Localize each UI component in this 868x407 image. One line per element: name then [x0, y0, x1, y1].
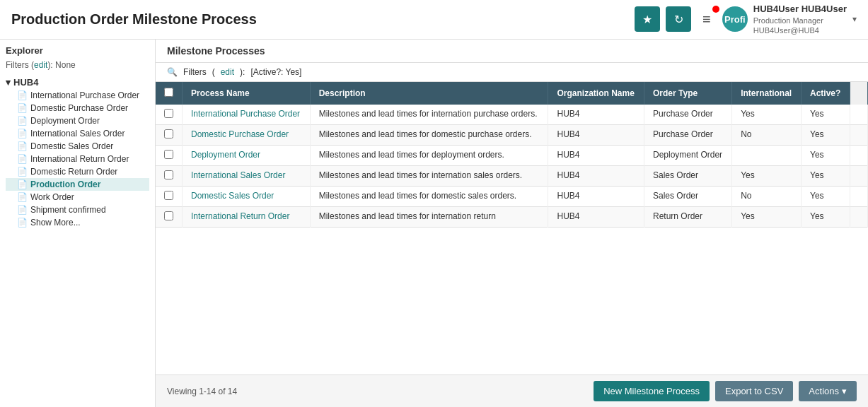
- header-scroll-col: [850, 82, 868, 105]
- actions-button[interactable]: Actions ▾: [799, 381, 857, 401]
- table-header-row: Process Name Description Organization Na…: [156, 82, 868, 105]
- row-org-1: HUB4: [548, 125, 644, 146]
- row-international-1: No: [732, 125, 802, 146]
- sidebar-tree-root[interactable]: ▾ HUB4: [6, 76, 149, 89]
- sidebar-item-5[interactable]: 📄International Return Order: [6, 153, 149, 165]
- chevron-down-icon: ▾: [852, 14, 857, 24]
- content-filters-label: Filters: [183, 67, 207, 77]
- sidebar-item-label: Production Order: [30, 179, 100, 189]
- table-row: Domestic Purchase OrderMilestones and le…: [156, 125, 868, 146]
- sidebar: Explorer Filters (edit): None ▾ HUB4 📄In…: [0, 40, 156, 407]
- process-name-link-1[interactable]: Domestic Purchase Order: [191, 129, 289, 139]
- actions-label: Actions: [809, 386, 839, 396]
- profile-email: HUB4User@HUB4: [753, 25, 847, 35]
- star-button[interactable]: ★: [635, 6, 660, 32]
- profile-dropdown[interactable]: Profi HUB4User HUB4User Production Manag…: [722, 4, 857, 35]
- row-description-2: Milestones and lead times for deployment…: [310, 146, 548, 166]
- sidebar-tree-children: 📄International Purchase Order📄Domestic P…: [6, 89, 149, 229]
- document-icon: 📄: [17, 218, 28, 228]
- sidebar-item-1[interactable]: 📄Domestic Purchase Order: [6, 102, 149, 114]
- refresh-button[interactable]: ↻: [666, 6, 691, 32]
- row-checkbox-5[interactable]: [164, 211, 173, 220]
- sidebar-item-0[interactable]: 📄International Purchase Order: [6, 89, 149, 102]
- sidebar-item-label: Shipment confirmed: [30, 205, 106, 215]
- header-order-type: Order Type: [644, 82, 732, 105]
- content-area: Milestone Processes 🔍 Filters (edit): [A…: [156, 40, 868, 407]
- content-filters-edit[interactable]: edit: [221, 67, 234, 77]
- document-icon: 📄: [17, 205, 28, 215]
- document-icon: 📄: [17, 116, 28, 126]
- document-icon: 📄: [17, 192, 28, 202]
- row-scroll-col-0: [850, 105, 868, 125]
- row-description-0: Milestones and lead times for internatio…: [310, 105, 548, 125]
- sidebar-item-2[interactable]: 📄Deployment Order: [6, 114, 149, 127]
- sidebar-item-6[interactable]: 📄Domestic Return Order: [6, 165, 149, 178]
- document-icon: 📄: [17, 103, 28, 113]
- sidebar-filters-edit[interactable]: edit: [34, 60, 47, 70]
- row-international-0: Yes: [732, 105, 802, 125]
- row-scroll-col-5: [850, 207, 868, 228]
- process-name-link-0[interactable]: International Purchase Order: [191, 109, 300, 119]
- sidebar-item-8[interactable]: 📄Work Order: [6, 191, 149, 204]
- sidebar-item-label: International Sales Order: [30, 129, 125, 138]
- sidebar-item-10[interactable]: 📄Show More...: [6, 216, 149, 229]
- select-all-checkbox[interactable]: [164, 88, 173, 97]
- export-csv-button[interactable]: Export to CSV: [715, 381, 793, 401]
- sidebar-item-3[interactable]: 📄International Sales Order: [6, 127, 149, 140]
- row-org-5: HUB4: [548, 207, 644, 228]
- content-filters: 🔍 Filters (edit): [Active?: Yes]: [156, 63, 868, 82]
- viewing-label: Viewing 1-14 of 14: [167, 387, 237, 396]
- sidebar-filters: Filters (edit): None: [6, 60, 149, 70]
- new-milestone-button[interactable]: New Milestone Process: [594, 381, 710, 401]
- header-active: Active?: [802, 82, 850, 105]
- row-order-type-2: Deployment Order: [644, 146, 732, 166]
- sidebar-item-label: Show More...: [30, 218, 81, 228]
- row-international-2: [732, 146, 802, 166]
- notification-dot: [712, 6, 719, 13]
- process-name-link-4[interactable]: Domestic Sales Order: [191, 191, 274, 201]
- document-icon: 📄: [17, 90, 28, 100]
- row-checkbox-1[interactable]: [164, 129, 173, 138]
- row-scroll-col-2: [850, 146, 868, 166]
- row-active-0: Yes: [802, 105, 850, 125]
- sidebar-item-9[interactable]: 📄Shipment confirmed: [6, 204, 149, 216]
- row-order-type-1: Purchase Order: [644, 125, 732, 146]
- process-name-link-3[interactable]: International Sales Order: [191, 170, 285, 180]
- row-checkbox-0[interactable]: [164, 109, 173, 118]
- main-layout: Explorer Filters (edit): None ▾ HUB4 📄In…: [0, 40, 868, 407]
- process-name-link-2[interactable]: Deployment Order: [191, 150, 260, 160]
- refresh-icon: ↻: [674, 13, 683, 26]
- row-description-3: Milestones and lead times for internatio…: [310, 166, 548, 187]
- row-checkbox-2[interactable]: [164, 150, 173, 159]
- row-checkbox-4[interactable]: [164, 191, 173, 200]
- sidebar-item-label: Work Order: [30, 192, 74, 202]
- header-description: Description: [310, 82, 548, 105]
- sidebar-item-4[interactable]: 📄Domestic Sales Order: [6, 140, 149, 153]
- table-row: International Purchase OrderMilestones a…: [156, 105, 868, 125]
- sidebar-item-7[interactable]: 📄Production Order: [6, 178, 149, 191]
- search-icon: 🔍: [167, 67, 178, 77]
- actions-chevron-icon: ▾: [842, 386, 847, 396]
- app-header: Production Order Milestone Process ★ ↻ ≡…: [0, 0, 868, 40]
- notification-badge: ≡: [697, 8, 717, 30]
- document-icon: 📄: [17, 154, 28, 164]
- content-filters-value: [Active?: Yes]: [250, 67, 301, 77]
- row-scroll-col-4: [850, 187, 868, 207]
- profile-info: HUB4User HUB4User Production Manager HUB…: [753, 4, 847, 35]
- document-icon: 📄: [17, 167, 28, 177]
- row-active-5: Yes: [802, 207, 850, 228]
- header-checkbox-col: [156, 82, 183, 105]
- content-section-title: Milestone Processes: [156, 40, 868, 63]
- sidebar-item-label: International Purchase Order: [30, 90, 139, 100]
- row-checkbox-3[interactable]: [164, 170, 173, 179]
- process-name-link-5[interactable]: International Return Order: [191, 211, 289, 221]
- document-icon: 📄: [17, 129, 28, 138]
- row-active-2: Yes: [802, 146, 850, 166]
- sidebar-tree: ▾ HUB4 📄International Purchase Order📄Dom…: [6, 76, 149, 229]
- header-org-name: Organization Name: [548, 82, 644, 105]
- table-row: Deployment OrderMilestones and lead time…: [156, 146, 868, 166]
- sidebar-item-label: Deployment Order: [30, 116, 100, 126]
- sidebar-item-label: Domestic Purchase Order: [30, 103, 128, 113]
- row-description-4: Milestones and lead times for domestic s…: [310, 187, 548, 207]
- row-description-1: Milestones and lead times for domestic p…: [310, 125, 548, 146]
